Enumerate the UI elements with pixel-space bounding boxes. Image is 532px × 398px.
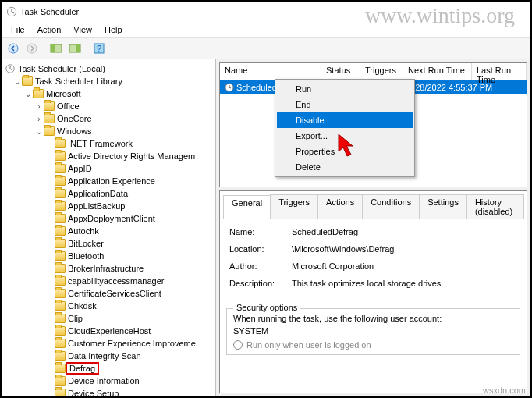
- forward-button[interactable]: [23, 40, 41, 57]
- tree-item[interactable]: BrokerInfrastructure: [5, 262, 212, 275]
- ctx-run[interactable]: Run: [277, 81, 413, 97]
- tree-item[interactable]: AppID: [5, 162, 212, 175]
- tree-windows[interactable]: ⌄Windows: [5, 125, 212, 137]
- tree-item[interactable]: BitLocker: [5, 237, 212, 250]
- ctx-properties[interactable]: Properties: [277, 144, 413, 159]
- caret-down-icon[interactable]: ⌄: [34, 127, 44, 136]
- tab-history[interactable]: History (disabled): [466, 194, 524, 219]
- tab-conditions[interactable]: Conditions: [362, 194, 420, 219]
- refresh-button[interactable]: [66, 40, 83, 57]
- col-name[interactable]: Name: [220, 63, 321, 80]
- tree-item[interactable]: capabilityaccessmanager: [5, 275, 212, 287]
- tree-item[interactable]: Application Experience: [5, 175, 212, 187]
- tree-item[interactable]: AppxDeploymentClient: [5, 212, 212, 225]
- radio-run-logged-on[interactable]: Run only when user is logged on: [233, 340, 513, 350]
- menu-action[interactable]: Action: [31, 23, 68, 36]
- tree-item[interactable]: Active Directory Rights Managem: [5, 150, 212, 162]
- tree-item[interactable]: .NET Framework: [5, 137, 212, 150]
- folder-icon: [55, 239, 66, 248]
- app-icon: [6, 6, 17, 17]
- folder-icon: [33, 89, 44, 98]
- tree[interactable]: Task Scheduler (Local) ⌄Task Scheduler L…: [2, 61, 215, 396]
- svg-point-2: [27, 44, 37, 53]
- ctx-delete[interactable]: Delete: [277, 159, 413, 175]
- tree-item-label: ApplicationData: [68, 189, 128, 198]
- caret-right-icon[interactable]: ›: [34, 102, 44, 111]
- tree-item-label: Customer Experience Improveme: [68, 339, 196, 348]
- folder-icon: [55, 301, 66, 311]
- tree-item[interactable]: Data Integrity Scan: [5, 350, 212, 362]
- tree-item[interactable]: Device Setup: [5, 387, 212, 396]
- caret-right-icon[interactable]: ›: [34, 115, 44, 123]
- folder-icon: [44, 101, 55, 111]
- tree-item[interactable]: Customer Experience Improveme: [5, 337, 212, 350]
- tree-item[interactable]: CloudExperienceHost: [5, 325, 212, 337]
- folder-icon: [55, 264, 66, 273]
- clock-icon: [225, 83, 234, 92]
- task-grid: Name Status Triggers Next Run Time Last …: [219, 62, 527, 187]
- ctx-export[interactable]: Export...: [277, 128, 413, 144]
- caret-down-icon[interactable]: ⌄: [23, 90, 33, 98]
- caret-down-icon[interactable]: ⌄: [12, 77, 22, 86]
- menu-help[interactable]: Help: [98, 23, 129, 36]
- back-button[interactable]: [5, 40, 22, 57]
- author-value: Microsoft Corporation: [292, 261, 374, 271]
- toolbar-separator: [44, 41, 44, 56]
- ctx-end[interactable]: End: [277, 97, 413, 112]
- tree-office[interactable]: ›Office: [5, 100, 212, 112]
- tree-library[interactable]: ⌄Task Scheduler Library: [5, 75, 212, 87]
- folder-icon: [55, 289, 66, 298]
- menu-file[interactable]: File: [5, 23, 31, 36]
- folder-icon: [55, 164, 66, 173]
- folder-icon: [55, 176, 66, 186]
- tree-item-label: Device Information: [68, 376, 140, 386]
- show-hide-button[interactable]: [48, 40, 65, 57]
- help-button[interactable]: ?: [90, 40, 108, 57]
- tree-item-label: .NET Framework: [68, 139, 133, 148]
- name-label: Name:: [229, 227, 292, 236]
- tree-onecore[interactable]: ›OneCore: [5, 112, 212, 125]
- security-group: Security options When running the task, …: [226, 308, 520, 355]
- ctx-disable[interactable]: Disable: [277, 112, 413, 128]
- tree-item-label: Autochk: [68, 226, 99, 236]
- location-label: Location:: [229, 244, 292, 254]
- svg-rect-4: [51, 44, 55, 52]
- folder-icon: [55, 339, 66, 348]
- col-triggers[interactable]: Triggers: [360, 63, 403, 80]
- tree-item[interactable]: AppListBackup: [5, 200, 212, 212]
- tab-settings[interactable]: Settings: [419, 194, 467, 219]
- folder-icon: [55, 214, 66, 223]
- col-last[interactable]: Last Run Time: [472, 63, 527, 80]
- tab-triggers[interactable]: Triggers: [270, 194, 318, 219]
- tree-item[interactable]: Defrag: [5, 362, 212, 375]
- tree-item-label: BrokerInfrastructure: [68, 264, 144, 273]
- menu-view[interactable]: View: [67, 23, 98, 36]
- tree-item[interactable]: Clip: [5, 312, 212, 325]
- tree-item[interactable]: Bluetooth: [5, 250, 212, 262]
- tree-item-label: AppID: [68, 164, 92, 173]
- tree-microsoft[interactable]: ⌄Microsoft: [5, 87, 212, 100]
- security-legend: Security options: [233, 303, 300, 312]
- menu-bar: File Action View Help: [2, 22, 530, 37]
- tab-general[interactable]: General: [223, 195, 271, 219]
- toolbar-separator: [87, 41, 87, 56]
- security-line1: When running the task, use the following…: [233, 314, 513, 323]
- folder-icon: [55, 364, 66, 373]
- folder-icon: [55, 314, 66, 323]
- tree-item[interactable]: Device Information: [5, 375, 212, 387]
- tree-item[interactable]: ApplicationData: [5, 187, 212, 200]
- tree-item-label: capabilityaccessmanager: [68, 276, 165, 286]
- detail-body: Name:ScheduledDefrag Location:\Microsoft…: [223, 219, 523, 304]
- col-status[interactable]: Status: [321, 63, 360, 80]
- tree-item[interactable]: Chkdsk: [5, 300, 212, 312]
- tree-item[interactable]: Autochk: [5, 225, 212, 237]
- tree-item-label: Bluetooth: [68, 251, 104, 261]
- tree-root[interactable]: Task Scheduler (Local): [5, 62, 212, 75]
- radio-icon: [233, 340, 243, 350]
- grid-header: Name Status Triggers Next Run Time Last …: [220, 63, 527, 80]
- col-next[interactable]: Next Run Time: [403, 63, 472, 80]
- tree-item[interactable]: CertificateServicesClient: [5, 287, 212, 300]
- tree-item-label: CertificateServicesClient: [68, 289, 161, 298]
- toolbar: ?: [2, 37, 530, 59]
- tab-actions[interactable]: Actions: [317, 194, 363, 219]
